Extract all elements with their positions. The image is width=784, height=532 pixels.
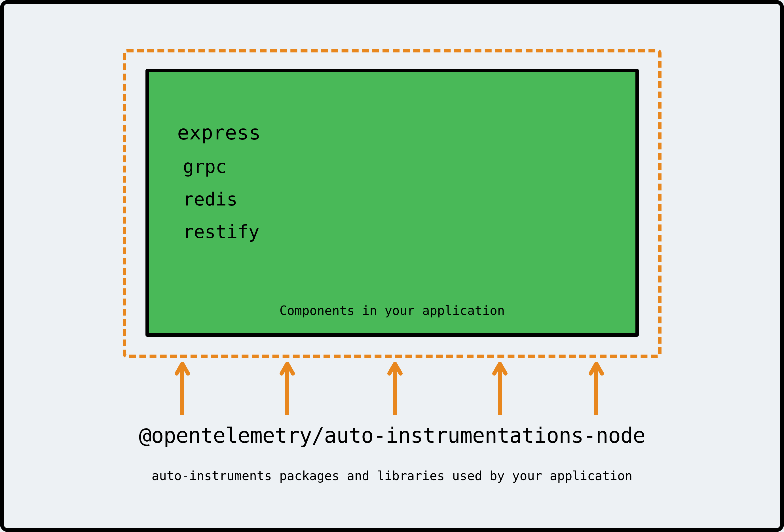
application-box-caption: Components in your application bbox=[149, 303, 636, 318]
arrow-up-icon bbox=[279, 358, 284, 409]
diagram-canvas: express grpc redis restify Components in… bbox=[0, 0, 784, 532]
component-item: grpc bbox=[183, 150, 601, 183]
component-list: express grpc redis restify bbox=[183, 115, 601, 248]
component-item: restify bbox=[183, 216, 601, 248]
arrow-up-icon bbox=[588, 358, 593, 409]
component-item: redis bbox=[183, 183, 601, 216]
arrow-up-icon bbox=[387, 358, 392, 409]
package-subtitle: auto-instruments packages and libraries … bbox=[4, 469, 780, 483]
arrow-up-icon bbox=[492, 358, 497, 409]
component-item: express bbox=[177, 115, 601, 150]
application-box: express grpc redis restify Components in… bbox=[145, 69, 639, 337]
package-name-label: @opentelemetry/auto-instrumentations-nod… bbox=[4, 423, 780, 447]
arrow-up-icon bbox=[174, 358, 179, 409]
